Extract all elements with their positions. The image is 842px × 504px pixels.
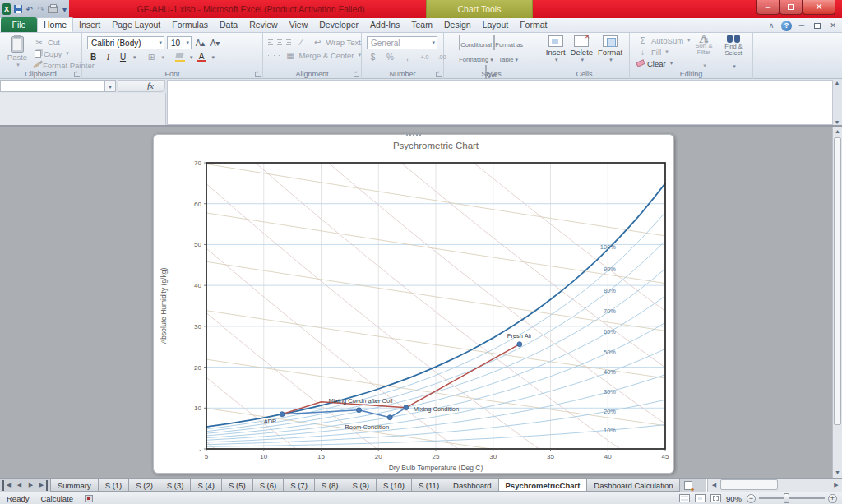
horizontal-scrollbar[interactable]: ◀ ▶ — [707, 479, 842, 492]
tab-format[interactable]: Format — [514, 17, 553, 32]
restore-button[interactable] — [780, 0, 803, 15]
tab-formulas[interactable]: Formulas — [166, 17, 214, 32]
align-center-icon[interactable] — [273, 51, 274, 60]
comma-style-button[interactable]: , — [401, 51, 414, 63]
font-color-button[interactable]: A — [196, 51, 208, 63]
chart-resize-grip[interactable] — [406, 133, 423, 136]
tab-home[interactable]: Home — [37, 17, 73, 32]
accounting-format-button[interactable]: $ — [367, 51, 379, 63]
tab-scrollbar-splitter[interactable] — [701, 479, 707, 492]
scroll-right-icon[interactable]: ▶ — [830, 479, 842, 492]
borders-button[interactable]: ⊞ — [146, 51, 158, 63]
formula-input[interactable] — [167, 80, 833, 125]
align-top-icon[interactable] — [268, 38, 273, 47]
autosum-button[interactable]: ΣAutoSum▾ — [636, 35, 691, 45]
sheet-tab-psychrometricchart[interactable]: PsychrometricChart — [498, 479, 588, 492]
sheet-tab-s-6[interactable]: S (6) — [252, 479, 285, 492]
qat-customize-button[interactable]: ▾ — [60, 3, 69, 16]
tab-file[interactable]: File — [1, 17, 37, 32]
sheet-tab-s-10[interactable]: S (10) — [376, 479, 412, 492]
clear-button[interactable]: Clear▾ — [636, 58, 691, 68]
tab-design[interactable]: Design — [438, 17, 477, 32]
chart[interactable]: 10%20%30%40%50%60%70%80%90%100%ADPMixing… — [153, 134, 674, 474]
grow-font-button[interactable]: A▴ — [194, 37, 206, 49]
tab-layout[interactable]: Layout — [477, 17, 515, 32]
help-button[interactable]: ? — [781, 21, 792, 31]
zoom-level[interactable]: 90% — [726, 494, 742, 503]
tab-team[interactable]: Team — [405, 17, 438, 32]
sheet-tab-dashboard-calculation[interactable]: Dashboard Calculation — [586, 479, 680, 492]
zoom-out-button[interactable]: − — [747, 494, 756, 503]
page-layout-view-icon[interactable] — [695, 494, 706, 502]
sheet-tab-s-4[interactable]: S (4) — [190, 479, 222, 492]
scroll-up-icon[interactable]: ▲ — [833, 127, 842, 136]
tab-page-layout[interactable]: Page Layout — [106, 17, 166, 32]
merge-center-button[interactable]: ▦Merge & Center▾ — [284, 50, 361, 60]
bold-button[interactable]: B — [87, 51, 99, 63]
sheet-tab-s-8[interactable]: S (8) — [314, 479, 346, 492]
number-dialog-launcher[interactable] — [436, 72, 442, 77]
shrink-font-button[interactable]: A▾ — [209, 37, 221, 49]
vertical-scrollbar[interactable]: ▲ ▼ — [832, 127, 842, 478]
sheet-tab-s-11[interactable]: S (11) — [411, 479, 446, 492]
format-as-table-button[interactable]: Format as Table▾ — [493, 35, 524, 65]
minimize-button[interactable]: ─ — [756, 0, 780, 15]
chart-point-adp[interactable] — [280, 412, 285, 417]
wrap-text-button[interactable]: ↩Wrap Text — [312, 38, 361, 48]
increase-decimal-button[interactable]: +.0 — [419, 51, 431, 63]
scroll-left-icon[interactable]: ◀ — [708, 479, 719, 492]
font-name-combo[interactable]: Calibri (Body)▾ — [87, 36, 164, 49]
conditional-formatting-button[interactable]: Conditional Formatting▾ — [459, 35, 489, 65]
workbook-restore-button[interactable] — [812, 21, 823, 31]
sheet-tab-s-3[interactable]: S (3) — [160, 479, 192, 492]
macro-record-icon[interactable] — [85, 495, 93, 502]
name-box-dropdown[interactable]: ▾ — [105, 80, 116, 92]
tab-insert[interactable]: Insert — [73, 17, 106, 32]
sheet-tab-s-1[interactable]: S (1) — [98, 479, 130, 492]
scroll-down-icon[interactable]: ▼ — [833, 468, 842, 478]
last-sheet-button[interactable]: ▶ — [37, 480, 48, 491]
orientation-button[interactable]: ∕ — [295, 36, 308, 49]
align-left-icon[interactable] — [268, 51, 269, 60]
print-preview-button[interactable] — [48, 3, 58, 16]
normal-view-icon[interactable] — [679, 494, 690, 502]
calculate-button[interactable]: Calculate — [40, 494, 73, 503]
tab-add-ins[interactable]: Add-Ins — [364, 17, 405, 32]
horizontal-scrollbar-thumb[interactable] — [720, 479, 778, 490]
alignment-dialog-launcher[interactable] — [354, 72, 359, 77]
sheet-tab-s-7[interactable]: S (7) — [283, 479, 315, 492]
align-bottom-icon[interactable] — [286, 38, 291, 47]
tab-data[interactable]: Data — [214, 17, 243, 32]
paste-button[interactable]: Paste ▾ — [5, 36, 30, 71]
vertical-scrollbar-thumb[interactable] — [834, 137, 841, 425]
zoom-slider-thumb[interactable] — [784, 493, 789, 503]
previous-sheet-button[interactable]: ◀ — [14, 480, 25, 491]
font-dialog-launcher[interactable] — [255, 72, 261, 77]
collapse-ribbon-button[interactable]: ∧ — [766, 21, 777, 31]
psychrometric-chart-svg[interactable]: 10%20%30%40%50%60%70%80%90%100%ADPMixing… — [154, 135, 675, 474]
align-right-icon[interactable] — [279, 51, 280, 60]
align-middle-icon[interactable] — [277, 38, 282, 47]
sheet-tab-s-9[interactable]: S (9) — [345, 479, 377, 492]
tab-review[interactable]: Review — [243, 17, 283, 32]
chart-point-mixing-condition[interactable] — [404, 405, 409, 410]
font-size-combo[interactable]: 10▾ — [167, 36, 192, 49]
underline-dropdown-icon[interactable]: ▾ — [133, 54, 136, 61]
find-select-button[interactable]: Find & Select▾ — [719, 35, 748, 72]
chart-point-room-condition[interactable] — [387, 415, 392, 420]
fill-color-button[interactable] — [173, 51, 186, 63]
clipboard-dialog-launcher[interactable] — [74, 72, 80, 77]
formula-bar-scroll-down-icon[interactable]: ▼ — [835, 119, 840, 125]
percent-style-button[interactable]: % — [384, 51, 396, 63]
page-break-view-icon[interactable] — [710, 494, 721, 502]
tab-developer[interactable]: Developer — [313, 17, 364, 32]
name-box[interactable] — [0, 80, 105, 92]
sheet-tab-s-5[interactable]: S (5) — [221, 479, 253, 492]
number-format-combo[interactable]: General▾ — [367, 36, 437, 49]
first-sheet-button[interactable]: ◀ — [2, 480, 13, 491]
fill-button[interactable]: ↓Fill▾ — [636, 47, 691, 57]
workbook-close-button[interactable]: ✕ — [827, 21, 839, 31]
workbook-minimize-button[interactable]: ─ — [796, 21, 807, 31]
close-button[interactable]: ✕ — [803, 0, 835, 15]
excel-logo-icon[interactable]: X — [2, 3, 11, 15]
